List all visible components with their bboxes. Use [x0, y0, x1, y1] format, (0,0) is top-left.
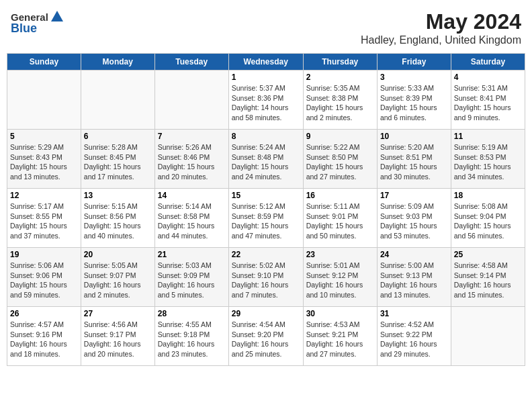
calendar-cell: 9Sunrise: 5:22 AM Sunset: 8:50 PM Daylig…	[303, 130, 377, 189]
day-info: Sunrise: 5:08 AM Sunset: 9:04 PM Dayligh…	[454, 201, 522, 241]
day-number: 27	[84, 309, 152, 318]
day-info: Sunrise: 5:12 AM Sunset: 8:59 PM Dayligh…	[232, 201, 300, 241]
day-info: Sunrise: 5:19 AM Sunset: 8:53 PM Dayligh…	[454, 142, 522, 182]
calendar-cell: 1Sunrise: 5:37 AM Sunset: 8:36 PM Daylig…	[228, 71, 303, 130]
calendar-cell	[451, 307, 525, 366]
day-number: 4	[454, 73, 522, 82]
calendar-cell	[7, 71, 81, 130]
day-number: 10	[380, 132, 448, 141]
calendar-cell: 24Sunrise: 5:00 AM Sunset: 9:13 PM Dayli…	[377, 248, 451, 307]
day-number: 26	[10, 309, 78, 318]
calendar-cell: 10Sunrise: 5:20 AM Sunset: 8:51 PM Dayli…	[377, 130, 451, 189]
calendar-cell: 17Sunrise: 5:09 AM Sunset: 9:03 PM Dayli…	[377, 189, 451, 248]
day-info: Sunrise: 4:53 AM Sunset: 9:21 PM Dayligh…	[306, 320, 374, 359]
calendar-cell: 31Sunrise: 4:52 AM Sunset: 9:22 PM Dayli…	[377, 307, 451, 366]
calendar-cell: 7Sunrise: 5:26 AM Sunset: 8:46 PM Daylig…	[154, 130, 228, 189]
day-number: 6	[84, 132, 152, 141]
day-info: Sunrise: 4:52 AM Sunset: 9:22 PM Dayligh…	[380, 320, 448, 359]
calendar-cell: 6Sunrise: 5:28 AM Sunset: 8:45 PM Daylig…	[81, 130, 154, 189]
day-number: 17	[380, 191, 448, 200]
day-info: Sunrise: 5:05 AM Sunset: 9:07 PM Dayligh…	[84, 261, 152, 300]
weekday-header-saturday: Saturday	[451, 54, 525, 71]
calendar-cell: 14Sunrise: 5:14 AM Sunset: 8:58 PM Dayli…	[154, 189, 228, 248]
day-number: 16	[306, 191, 374, 200]
calendar-cell: 13Sunrise: 5:15 AM Sunset: 8:56 PM Dayli…	[81, 189, 154, 248]
day-number: 23	[306, 250, 374, 259]
day-number: 28	[158, 309, 226, 318]
day-number: 14	[158, 191, 226, 200]
calendar-cell: 4Sunrise: 5:31 AM Sunset: 8:41 PM Daylig…	[451, 71, 525, 130]
day-info: Sunrise: 4:58 AM Sunset: 9:14 PM Dayligh…	[454, 261, 522, 300]
day-info: Sunrise: 5:00 AM Sunset: 9:13 PM Dayligh…	[380, 261, 448, 300]
calendar-cell: 28Sunrise: 4:55 AM Sunset: 9:18 PM Dayli…	[154, 307, 228, 366]
weekday-header-tuesday: Tuesday	[154, 54, 228, 71]
day-info: Sunrise: 5:29 AM Sunset: 8:43 PM Dayligh…	[10, 142, 78, 182]
day-info: Sunrise: 5:03 AM Sunset: 9:09 PM Dayligh…	[158, 261, 226, 300]
day-number: 7	[158, 132, 226, 141]
day-info: Sunrise: 5:35 AM Sunset: 8:38 PM Dayligh…	[306, 83, 374, 123]
svg-marker-0	[51, 11, 63, 21]
weekday-header-thursday: Thursday	[303, 54, 377, 71]
day-info: Sunrise: 5:11 AM Sunset: 9:01 PM Dayligh…	[306, 201, 374, 241]
day-number: 25	[454, 250, 522, 259]
day-number: 8	[232, 132, 300, 141]
day-number: 15	[232, 191, 300, 200]
weekday-header-wednesday: Wednesday	[228, 54, 303, 71]
day-info: Sunrise: 5:33 AM Sunset: 8:39 PM Dayligh…	[380, 83, 448, 123]
day-number: 21	[158, 250, 226, 259]
day-info: Sunrise: 5:26 AM Sunset: 8:46 PM Dayligh…	[158, 142, 226, 182]
day-info: Sunrise: 4:57 AM Sunset: 9:16 PM Dayligh…	[10, 320, 78, 359]
day-number: 24	[380, 250, 448, 259]
day-info: Sunrise: 5:17 AM Sunset: 8:55 PM Dayligh…	[10, 201, 78, 241]
day-number: 12	[10, 191, 78, 200]
day-info: Sunrise: 4:56 AM Sunset: 9:17 PM Dayligh…	[84, 320, 152, 359]
day-number: 31	[380, 309, 448, 318]
logo-general-text: General	[11, 11, 48, 23]
day-number: 2	[306, 73, 374, 82]
day-info: Sunrise: 5:01 AM Sunset: 9:12 PM Dayligh…	[306, 261, 374, 300]
calendar-cell: 22Sunrise: 5:02 AM Sunset: 9:10 PM Dayli…	[228, 248, 303, 307]
calendar-cell: 26Sunrise: 4:57 AM Sunset: 9:16 PM Dayli…	[7, 307, 81, 366]
logo-blue-text: Blue	[11, 21, 64, 36]
calendar-cell: 30Sunrise: 4:53 AM Sunset: 9:21 PM Dayli…	[303, 307, 377, 366]
calendar-cell: 11Sunrise: 5:19 AM Sunset: 8:53 PM Dayli…	[451, 130, 525, 189]
day-info: Sunrise: 5:28 AM Sunset: 8:45 PM Dayligh…	[84, 142, 152, 182]
calendar-table: SundayMondayTuesdayWednesdayThursdayFrid…	[7, 53, 525, 366]
day-info: Sunrise: 5:22 AM Sunset: 8:50 PM Dayligh…	[306, 142, 374, 182]
calendar-cell: 8Sunrise: 5:24 AM Sunset: 8:48 PM Daylig…	[228, 130, 303, 189]
day-number: 19	[10, 250, 78, 259]
day-info: Sunrise: 5:14 AM Sunset: 8:58 PM Dayligh…	[158, 201, 226, 241]
calendar-cell: 29Sunrise: 4:54 AM Sunset: 9:20 PM Dayli…	[228, 307, 303, 366]
day-number: 22	[232, 250, 300, 259]
calendar-cell: 18Sunrise: 5:08 AM Sunset: 9:04 PM Dayli…	[451, 189, 525, 248]
month-year-title: May 2024	[361, 9, 521, 34]
day-info: Sunrise: 5:15 AM Sunset: 8:56 PM Dayligh…	[84, 201, 152, 241]
day-number: 3	[380, 73, 448, 82]
day-number: 29	[232, 309, 300, 318]
calendar-cell: 25Sunrise: 4:58 AM Sunset: 9:14 PM Dayli…	[451, 248, 525, 307]
location-subtitle: Hadley, England, United Kingdom	[361, 34, 521, 46]
day-number: 18	[454, 191, 522, 200]
weekday-header-monday: Monday	[81, 54, 154, 71]
calendar-cell: 12Sunrise: 5:17 AM Sunset: 8:55 PM Dayli…	[7, 189, 81, 248]
calendar-cell: 16Sunrise: 5:11 AM Sunset: 9:01 PM Dayli…	[303, 189, 377, 248]
calendar-cell: 23Sunrise: 5:01 AM Sunset: 9:12 PM Dayli…	[303, 248, 377, 307]
day-number: 13	[84, 191, 152, 200]
calendar-cell: 21Sunrise: 5:03 AM Sunset: 9:09 PM Dayli…	[154, 248, 228, 307]
day-info: Sunrise: 5:02 AM Sunset: 9:10 PM Dayligh…	[232, 261, 300, 300]
calendar-cell	[154, 71, 228, 130]
day-info: Sunrise: 5:24 AM Sunset: 8:48 PM Dayligh…	[232, 142, 300, 182]
weekday-header-friday: Friday	[377, 54, 451, 71]
page-header: General Blue May 2024 Hadley, England, U…	[7, 7, 525, 49]
day-info: Sunrise: 5:09 AM Sunset: 9:03 PM Dayligh…	[380, 201, 448, 241]
title-block: May 2024 Hadley, England, United Kingdom	[361, 9, 521, 46]
calendar-cell: 3Sunrise: 5:33 AM Sunset: 8:39 PM Daylig…	[377, 71, 451, 130]
day-number: 11	[454, 132, 522, 141]
calendar-cell: 5Sunrise: 5:29 AM Sunset: 8:43 PM Daylig…	[7, 130, 81, 189]
day-info: Sunrise: 5:20 AM Sunset: 8:51 PM Dayligh…	[380, 142, 448, 182]
day-info: Sunrise: 4:55 AM Sunset: 9:18 PM Dayligh…	[158, 320, 226, 359]
day-number: 5	[10, 132, 78, 141]
calendar-cell: 2Sunrise: 5:35 AM Sunset: 8:38 PM Daylig…	[303, 71, 377, 130]
weekday-header-sunday: Sunday	[7, 54, 81, 71]
calendar-cell: 15Sunrise: 5:12 AM Sunset: 8:59 PM Dayli…	[228, 189, 303, 248]
